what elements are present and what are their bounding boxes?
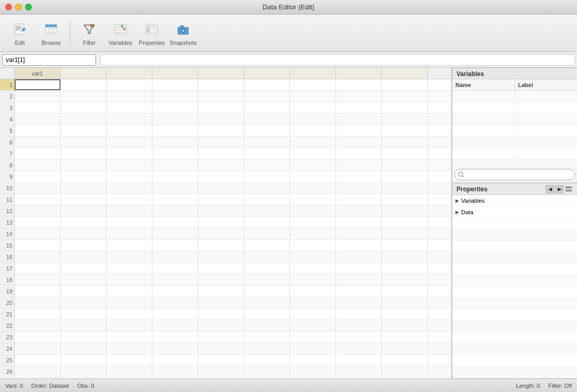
- grid-row-8[interactable]: 8: [0, 160, 451, 171]
- filter-toolbar-item[interactable]: Filter: [75, 18, 104, 49]
- var-row-2[interactable]: [452, 102, 577, 114]
- grid-row-12[interactable]: 12: [0, 205, 451, 217]
- grid-row-7[interactable]: 7: [0, 148, 451, 160]
- properties-section: Properties ◀ ▶ ▶ Variables ▶: [452, 183, 577, 378]
- data-grid[interactable]: var1 1: [0, 68, 451, 378]
- grid-row-20[interactable]: 20: [0, 297, 451, 309]
- props-row-11[interactable]: [452, 333, 577, 344]
- props-row-10[interactable]: [452, 321, 577, 333]
- snapshots-toolbar-item[interactable]: Snapshots: [169, 18, 198, 49]
- grid-cell-1-5[interactable]: [198, 79, 244, 90]
- grid-cell-1-6[interactable]: [244, 79, 290, 90]
- row-num-16: 16: [0, 251, 15, 262]
- grid-row-18[interactable]: 18: [0, 274, 451, 286]
- svg-rect-7: [45, 27, 57, 29]
- grid-row-14[interactable]: 14: [0, 228, 451, 240]
- grid-cell-1-1[interactable]: [15, 79, 61, 90]
- grid-cell-1-9[interactable]: [382, 79, 428, 90]
- grid-cell-1-2[interactable]: [61, 79, 106, 90]
- variables-section-header: Variables: [452, 68, 577, 79]
- props-row-14[interactable]: [452, 367, 577, 378]
- row-num-19: 19: [0, 286, 15, 297]
- grid-row-23[interactable]: 23: [0, 332, 451, 343]
- window-controls[interactable]: [5, 4, 32, 10]
- grid-row-24[interactable]: 24: [0, 343, 451, 354]
- edit-label: Edit: [15, 40, 25, 46]
- props-menu-line-2: [566, 189, 572, 190]
- props-row-9[interactable]: [452, 310, 577, 321]
- row-num-21: 21: [0, 309, 15, 320]
- props-nav-next[interactable]: ▶: [555, 185, 563, 193]
- snapshots-icon: [175, 21, 191, 38]
- row-num-15: 15: [0, 240, 15, 251]
- props-row-7[interactable]: [452, 287, 577, 298]
- grid-row-1[interactable]: 1: [0, 79, 451, 91]
- grid-row-15[interactable]: 15: [0, 240, 451, 251]
- grid-row-5[interactable]: 5: [0, 125, 451, 137]
- grid-row-11[interactable]: 11: [0, 194, 451, 205]
- props-row-6[interactable]: [452, 275, 577, 287]
- var-row-6[interactable]: [452, 148, 577, 160]
- edit-icon: [11, 21, 28, 38]
- properties-toolbar-item[interactable]: Properties: [137, 18, 166, 49]
- svg-point-31: [182, 29, 185, 32]
- props-menu-button[interactable]: [564, 185, 573, 193]
- filter-icon: [81, 21, 98, 38]
- props-row-2[interactable]: [452, 229, 577, 241]
- address-bar: [0, 52, 577, 68]
- props-row-12[interactable]: [452, 344, 577, 356]
- grid-row-22[interactable]: 22: [0, 320, 451, 332]
- props-menu-line-1: [566, 187, 572, 188]
- grid-row-21[interactable]: 21: [0, 309, 451, 320]
- var-row-3[interactable]: [452, 114, 577, 125]
- minimize-button[interactable]: [15, 4, 22, 10]
- col-header-9: [382, 68, 428, 79]
- grid-cell-1-8[interactable]: [336, 79, 382, 90]
- grid-cell-1-4[interactable]: [152, 79, 198, 90]
- props-row-3[interactable]: [452, 241, 577, 252]
- props-row-1[interactable]: [452, 218, 577, 229]
- grid-row-10[interactable]: 10: [0, 182, 451, 194]
- grid-row-4[interactable]: 4: [0, 114, 451, 125]
- props-nav-prev[interactable]: ◀: [546, 185, 554, 193]
- grid-row-9[interactable]: 9: [0, 171, 451, 182]
- grid-row-3[interactable]: 3: [0, 102, 451, 114]
- col-header-6: [244, 68, 290, 79]
- svg-rect-9: [45, 31, 57, 34]
- grid-row-6[interactable]: 6: [0, 137, 451, 148]
- grid-row-17[interactable]: 17: [0, 263, 451, 274]
- grid-row-25[interactable]: 25: [0, 354, 451, 366]
- right-panel: Variables Name Label Propert: [452, 68, 577, 378]
- props-row-5[interactable]: [452, 264, 577, 275]
- cell-value-display[interactable]: [100, 54, 575, 66]
- var-row-1[interactable]: [452, 91, 577, 102]
- row-num-5: 5: [0, 125, 15, 136]
- grid-cell-1-7[interactable]: [290, 79, 336, 90]
- browse-toolbar-item[interactable]: Browse: [37, 18, 66, 49]
- edit-toolbar-item[interactable]: Edit: [5, 18, 34, 49]
- var-row-4[interactable]: [452, 125, 577, 137]
- prop-variables-label: Variables: [461, 198, 485, 204]
- cell-reference-input[interactable]: [2, 54, 96, 66]
- grid-row-26[interactable]: 26: [0, 366, 451, 377]
- grid-row-16[interactable]: 16: [0, 251, 451, 263]
- prop-variables-item[interactable]: ▶ Variables: [452, 195, 577, 206]
- grid-row-13[interactable]: 13: [0, 217, 451, 228]
- prop-data-item[interactable]: ▶ Data: [452, 206, 577, 218]
- props-row-4[interactable]: [452, 252, 577, 264]
- variables-toolbar-item[interactable]: Variables: [106, 18, 135, 49]
- row-num-9: 9: [0, 171, 15, 182]
- close-button[interactable]: [5, 4, 12, 10]
- var-row-5[interactable]: [452, 137, 577, 148]
- var-row-7[interactable]: [452, 160, 577, 167]
- maximize-button[interactable]: [25, 4, 32, 10]
- grid-row-19[interactable]: 19: [0, 286, 451, 297]
- grid-row-2[interactable]: 2: [0, 91, 451, 102]
- grid-cell-1-3[interactable]: [106, 79, 152, 90]
- svg-rect-6: [45, 24, 57, 27]
- var-search-input[interactable]: [454, 169, 575, 180]
- row-num-3: 3: [0, 102, 15, 113]
- props-row-13[interactable]: [452, 356, 577, 367]
- svg-rect-33: [185, 27, 187, 28]
- props-row-8[interactable]: [452, 298, 577, 310]
